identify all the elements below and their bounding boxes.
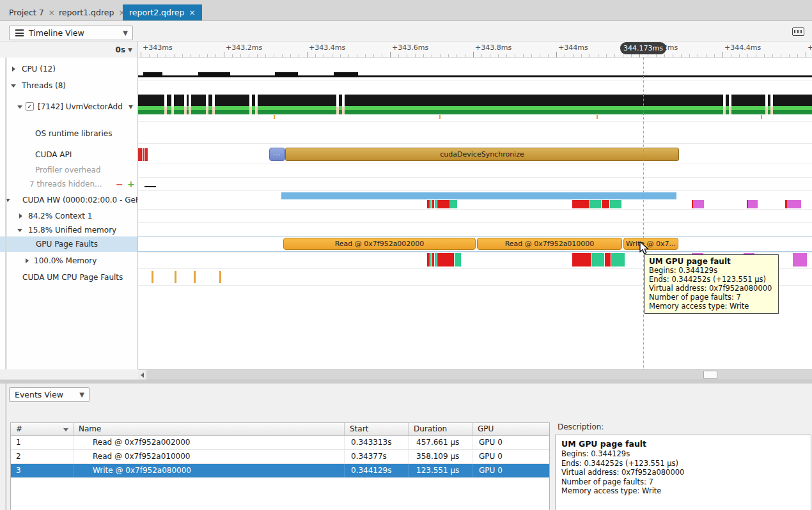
timeline-mark (206, 94, 208, 107)
scroll-left-button[interactable] (138, 370, 146, 380)
timeline-mark (748, 200, 758, 208)
sidebar-item-cuda-hw[interactable]: CUDA HW (0000:02:00.0 - GeF (0, 194, 138, 206)
sidebar-item-gpu-page-faults[interactable]: GPU Page Faults (0, 236, 138, 252)
add-icon[interactable]: + (127, 178, 135, 190)
scrollbar-thumb[interactable] (703, 371, 717, 379)
tab-label: report1.qdrep (59, 8, 114, 17)
table-row[interactable]: 2 Read @ 0x7f952a010000 0.34377s 358.109… (11, 450, 549, 464)
ruler-major-tick (224, 52, 224, 58)
ruler-label: +343.4ms (309, 43, 345, 52)
row-separator (138, 121, 812, 122)
mouse-cursor (639, 242, 650, 256)
timeline-mark (611, 253, 625, 267)
timeline-mark (138, 75, 812, 77)
ruler-major-tick (473, 52, 474, 58)
column-header-duration[interactable]: Duration (409, 423, 472, 435)
chevron-down-icon: ▼ (128, 47, 132, 53)
timeline-mark (184, 94, 187, 107)
sidebar-item-os-runtime[interactable]: OS runtime libraries (0, 127, 138, 140)
timeline-mark (138, 148, 142, 161)
sidebar-item-threads[interactable]: Threads (8) (0, 79, 138, 92)
ruler-label: +344ms (558, 43, 588, 52)
arrow-left-icon (141, 373, 144, 378)
table-row[interactable]: 1 Read @ 0x7f952a002000 0.343313s 457.66… (11, 436, 549, 450)
timeline-mark (427, 253, 430, 267)
tooltip-title: UM GPU page fault (649, 257, 774, 266)
sidebar-item-thread-7142[interactable]: ✓ [7142] UvmVectorAdd ▼ (0, 100, 138, 113)
ruler-major-tick (806, 52, 806, 58)
timeline-mark (143, 148, 144, 161)
close-icon[interactable]: × (189, 8, 195, 17)
column-header-gpu[interactable]: GPU (472, 423, 549, 435)
timeline-mark (435, 253, 437, 267)
timeline-ruler[interactable]: 0s ▼ +343ms+343.2ms+343.4ms+343.6ms+343.… (0, 42, 812, 58)
chevron-down-icon[interactable] (17, 105, 22, 109)
timeline-mark (342, 107, 345, 114)
sidebar-item-context1[interactable]: 84.2% Context 1 (0, 210, 138, 222)
timeline-mark (336, 94, 339, 107)
column-header-start[interactable]: Start (345, 423, 409, 435)
timeline-mark (249, 107, 252, 114)
timeline-mark (342, 94, 345, 107)
timeline-row-tree: CPU (12) Threads (8) ✓ [7142] UvmVectorA… (0, 58, 138, 369)
timeline-hscrollbar[interactable] (138, 369, 812, 380)
timeline-mark (761, 115, 762, 119)
timeline-mark (274, 115, 275, 119)
timeline-mark (430, 200, 432, 208)
column-header-name[interactable]: Name (74, 423, 345, 435)
timeline-mark (143, 72, 162, 75)
row-separator (138, 177, 812, 178)
cuda-api-bar[interactable]: cudaDeviceSynchronize (285, 148, 679, 161)
ruler-origin-label: 0s (116, 45, 126, 54)
thread-checkbox[interactable]: ✓ (26, 102, 34, 111)
sidebar-item-cuda-um-cpu-page-faults[interactable]: CUDA UM CPU Page Faults (0, 271, 138, 284)
row-separator (138, 209, 812, 210)
timeline-canvas[interactable]: ... cudaDeviceSynchronize UM GPU page fa… (138, 58, 812, 369)
timeline-mark (693, 200, 704, 208)
sidebar-item-cpu[interactable]: CPU (12) (0, 63, 138, 75)
sidebar-item-profiler-overhead[interactable]: Profiler overhead (0, 164, 138, 176)
view-selector-label: Timeline View (24, 28, 84, 38)
chevron-down-icon[interactable]: ▼ (129, 100, 133, 113)
timeline-mark (430, 253, 432, 267)
time-marker-line (643, 58, 644, 369)
sidebar-item-memory[interactable]: 100.0% Memory (0, 254, 138, 267)
sidebar-item-cuda-api[interactable]: CUDA API (0, 148, 138, 161)
timeline-mark (255, 94, 258, 107)
gpu-page-fault-bar[interactable]: Read @ 0x7f952a002000 (283, 238, 476, 250)
row-separator (138, 190, 812, 191)
ruler-major-tick (307, 52, 308, 58)
tab-report1[interactable]: report1.qdrep× (52, 4, 132, 20)
gpu-page-fault-bar[interactable]: Read @ 0x7f952a010000 (477, 238, 622, 250)
column-header-num[interactable]: # (11, 423, 74, 435)
tab-bar: Project 7× report1.qdrep× report2.qdrep× (0, 0, 812, 21)
sidebar-item-threads-hidden[interactable]: 7 threads hidden... − + (0, 178, 138, 190)
cuda-api-collapsed-events[interactable]: ... (269, 148, 285, 161)
chevron-right-icon[interactable] (26, 258, 29, 263)
events-view-selector[interactable]: Events View ▼ (9, 387, 90, 402)
sidebar-item-unified-memory[interactable]: 15.8% Unified memory (0, 224, 138, 236)
timeline-mark (152, 271, 153, 283)
timeline-mark (212, 94, 215, 107)
timeline-mark (787, 200, 801, 208)
chevron-down-icon[interactable] (17, 229, 22, 232)
timeline-mark (212, 107, 215, 114)
timeline-view-selector[interactable]: Timeline View ▼ (9, 26, 133, 40)
panel-splitter[interactable] (0, 380, 812, 383)
chevron-right-icon[interactable] (19, 213, 22, 219)
timeline-mark (572, 200, 589, 208)
table-row-selected[interactable]: 3 Write @ 0x7f952a080000 0.344129s 123.5… (11, 464, 549, 478)
ruler-label: +343.8ms (475, 43, 511, 52)
timeline-mark (275, 72, 298, 75)
ruler-origin[interactable]: 0s ▼ (0, 42, 138, 58)
chevron-right-icon[interactable] (12, 66, 15, 72)
row-separator (138, 252, 812, 252)
gpu-page-fault-bar[interactable]: Write @ 0x7... (623, 238, 678, 250)
remove-icon[interactable]: − (116, 178, 123, 190)
chevron-down-icon[interactable] (11, 84, 16, 88)
tab-report2[interactable]: report2.qdrep× (123, 4, 202, 20)
ruler-label: +343.6ms (392, 43, 428, 52)
timeline-mark (723, 94, 726, 107)
keyboard-shortcuts-icon[interactable] (792, 27, 804, 36)
ruler-scale[interactable]: +343ms+343.2ms+343.4ms+343.6ms+343.8ms+3… (138, 42, 812, 58)
